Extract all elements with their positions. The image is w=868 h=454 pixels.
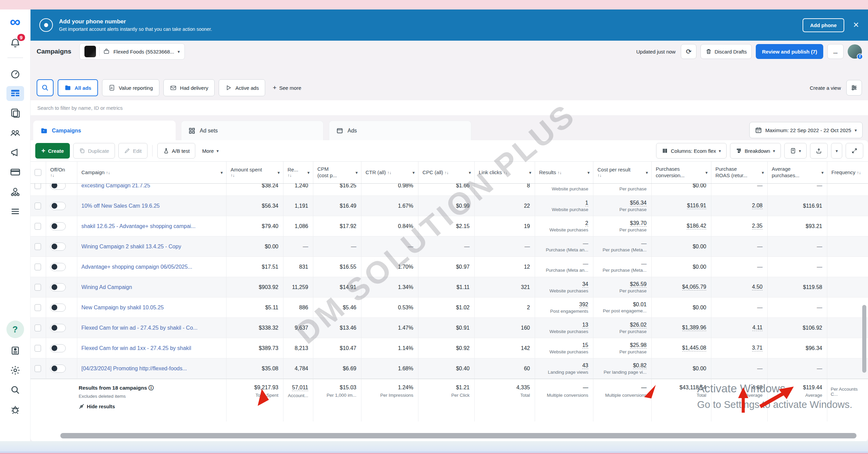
breakdown-button[interactable]: Breakdown▾	[730, 143, 781, 159]
hide-results-button[interactable]: Hide results	[79, 404, 223, 409]
settings-gear-icon[interactable]	[6, 363, 24, 378]
row-checkbox[interactable]	[35, 284, 41, 291]
campaign-name-link[interactable]: New Campaign by shakil 10.05.25	[81, 305, 164, 311]
row-checkbox[interactable]	[35, 325, 41, 331]
export-button[interactable]	[810, 143, 828, 159]
row-checkbox[interactable]	[35, 223, 41, 230]
column-header[interactable]: CTR (all) ↑↓▾	[361, 162, 418, 183]
tab-ad-sets[interactable]: Ad sets	[181, 121, 323, 140]
row-checkbox[interactable]	[35, 184, 41, 189]
cell-value[interactable]: $4,065.79	[682, 284, 706, 290]
add-phone-button[interactable]: Add phone	[803, 18, 844, 32]
review-and-publish-button[interactable]: Review and publish (7)	[756, 44, 823, 59]
cell-value[interactable]: 4.50	[752, 284, 763, 290]
notifications-bell-icon[interactable]: 9	[9, 37, 21, 49]
column-header[interactable]: Campaign ↑↓▾	[77, 162, 226, 183]
campaign-toggle[interactable]	[50, 263, 66, 271]
discard-drafts-button[interactable]: Discard Drafts	[701, 44, 752, 59]
business-portfolio-icon[interactable]	[6, 343, 24, 358]
cell-value[interactable]: $186.42	[687, 223, 706, 229]
duplicate-button[interactable]: Duplicate	[73, 143, 115, 159]
column-header[interactable]: Frequency ↑↓	[827, 162, 868, 183]
search-icon[interactable]	[6, 383, 24, 397]
create-campaign-button[interactable]: + Create	[35, 143, 70, 159]
campaign-toggle[interactable]	[50, 365, 66, 373]
campaign-toggle[interactable]	[50, 184, 66, 190]
filter-chip-value-reporting[interactable]: Value reporting	[102, 79, 159, 96]
column-header[interactable]: Results ↑↓▾	[535, 162, 593, 183]
campaign-name-link[interactable]: Wining Campaign 2 shakil 13.4.25 - Copy	[81, 244, 181, 250]
sidebar-item-events-manager-icon[interactable]	[6, 184, 24, 199]
columns-button[interactable]: Columns: Ecom flex▾	[656, 143, 727, 159]
ab-test-button[interactable]: A/B test	[157, 143, 196, 159]
select-all-checkbox[interactable]	[35, 169, 41, 176]
column-header[interactable]: Off/On↑↓	[46, 162, 77, 183]
view-settings-sliders-icon[interactable]	[846, 80, 862, 96]
export-options-button[interactable]: ▾	[831, 143, 842, 159]
campaign-name-link[interactable]: [04/23/2024] Promoting http://flexed-foo…	[81, 366, 187, 372]
footer-total-value[interactable]: 57,011	[292, 385, 308, 391]
campaign-name-link[interactable]: Flexed Cam for win ad - 27.4.25 by shaki…	[81, 325, 197, 331]
filter-chip-had-delivery[interactable]: Had delivery	[163, 79, 215, 96]
campaign-name-link[interactable]: Advantage+ shopping campaign 06/05/2025.…	[81, 264, 192, 270]
cell-value[interactable]: $56.34	[630, 200, 647, 206]
reports-button[interactable]: ▾	[784, 143, 807, 159]
filter-chip-active-ads[interactable]: Active ads	[219, 79, 265, 96]
vertical-scrollbar-thumb[interactable]	[862, 305, 866, 373]
cell-value[interactable]: 2	[585, 220, 588, 227]
filter-chip-all-ads[interactable]: All ads	[58, 79, 98, 96]
banner-close-icon[interactable]: ✕	[853, 21, 859, 29]
cell-value[interactable]: $26.02	[630, 322, 647, 328]
filter-search-button[interactable]	[37, 79, 54, 96]
campaign-toggle[interactable]	[50, 344, 66, 352]
edit-button[interactable]: Edit	[118, 143, 147, 159]
row-checkbox[interactable]	[35, 264, 41, 270]
see-more-filters-button[interactable]: + See more	[269, 84, 304, 91]
horizontal-scrollbar[interactable]	[60, 433, 865, 438]
column-header[interactable]: PurchaseROAS (retur...▾	[711, 162, 768, 183]
meta-logo-icon[interactable]: ∞	[10, 14, 20, 29]
horizontal-scrollbar-thumb[interactable]	[60, 433, 856, 438]
column-header[interactable]: Amount spent↑↓▾	[226, 162, 283, 183]
column-header[interactable]: Purchasesconversion...▾	[652, 162, 711, 183]
campaign-toggle[interactable]	[50, 324, 66, 332]
column-header[interactable]	[31, 162, 46, 183]
campaign-name-link[interactable]: Flexed Cam for win ad 1xx - 27.4.25 by s…	[81, 345, 191, 351]
column-header[interactable]: CPC (all) ↑↓▾	[418, 162, 475, 183]
tab-campaigns[interactable]: Campaigns	[33, 121, 176, 140]
sidebar-item-audiences-icon[interactable]	[6, 125, 24, 140]
sidebar-item-advertise-megaphone-icon[interactable]	[6, 145, 24, 160]
cell-value[interactable]: 392	[579, 302, 588, 308]
sidebar-item-all-tools-menu-icon[interactable]	[6, 204, 24, 219]
cell-value[interactable]: 13	[582, 322, 588, 328]
campaign-name-link[interactable]: excesting Campaign 21.7.25	[81, 184, 150, 189]
create-a-view-button[interactable]: Create a view	[810, 85, 841, 91]
refresh-button[interactable]: ⟳	[681, 44, 696, 59]
cell-value[interactable]: 3.71	[752, 345, 763, 351]
date-range-picker[interactable]: Maximum: 22 Sep 2022 - 22 Oct 2025 ▾	[749, 122, 863, 138]
sidebar-item-ads-reporting-icon[interactable]	[6, 106, 24, 121]
search-filter-input[interactable]: Search to filter by name, ID or metrics	[31, 100, 868, 115]
help-icon[interactable]: ?	[6, 321, 24, 338]
cell-value[interactable]: 34	[582, 281, 588, 288]
cell-value[interactable]: 2.08	[752, 203, 763, 209]
info-icon[interactable]: ⓘ	[149, 385, 154, 391]
campaign-name-link[interactable]: shakil 12.6.25 - Advantage+ shopping cam…	[81, 223, 196, 229]
cell-value[interactable]: $1,445.08	[682, 345, 706, 351]
row-checkbox[interactable]	[35, 345, 41, 352]
column-header[interactable]: CPM(cost p...▾	[313, 162, 361, 183]
cell-value[interactable]: $0.82	[633, 363, 647, 369]
cell-value[interactable]: 2.35	[752, 223, 763, 229]
campaign-toggle[interactable]	[50, 304, 66, 312]
cell-value[interactable]: $116.91	[687, 203, 706, 209]
cell-value[interactable]: $26.59	[630, 281, 647, 288]
sidebar-item-billing-card-icon[interactable]	[6, 165, 24, 180]
column-header[interactable]: Re...↑↓▾	[283, 162, 313, 183]
campaign-toggle[interactable]	[50, 243, 66, 251]
column-header[interactable]: Cost per result↑↓▾	[593, 162, 652, 183]
cell-value[interactable]: 1	[585, 200, 588, 206]
user-avatar[interactable]: f	[848, 44, 862, 59]
cell-value[interactable]: 4.11	[752, 325, 763, 331]
cell-value[interactable]: $1,389.96	[682, 325, 706, 331]
campaign-toggle[interactable]	[50, 202, 66, 210]
